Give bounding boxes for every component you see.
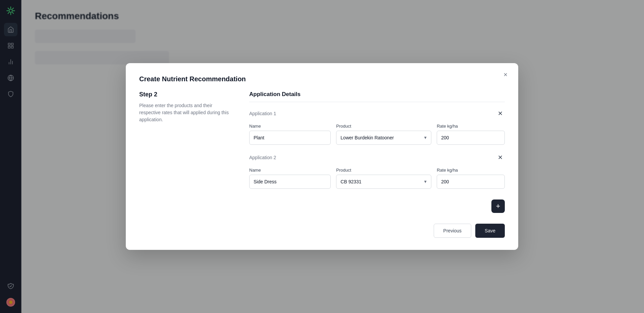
application-1-rate-input[interactable] <box>437 131 505 145</box>
remove-application-2-button[interactable]: ✕ <box>495 153 505 162</box>
modal-footer: Previous Save <box>249 224 505 238</box>
application-1-name-group: Name <box>249 124 331 145</box>
modal-overlay: × Create Nutrient Recommendation Step 2 … <box>0 0 644 313</box>
previous-button[interactable]: Previous <box>434 224 471 238</box>
application-2-name-input[interactable] <box>249 175 331 189</box>
application-2-rate-label: Rate kg/ha <box>437 168 505 173</box>
close-button[interactable]: × <box>501 70 510 79</box>
step-description: Please enter the products and their resp… <box>139 102 233 123</box>
application-1-product-select[interactable]: Lower Burdekin Ratooner CB 92331 <box>336 131 431 145</box>
application-1-product-group: Product Lower Burdekin Ratooner CB 92331… <box>336 124 431 145</box>
application-1-name-label: Name <box>249 124 331 129</box>
left-panel: Step 2 Please enter the products and the… <box>139 91 233 238</box>
application-2-fields: Name Product Lower Burdekin Ratooner CB … <box>249 168 505 189</box>
save-button[interactable]: Save <box>475 224 505 238</box>
application-2-header: Application 2 ✕ <box>249 153 505 162</box>
application-block-1: Application 1 ✕ Name Product Lower <box>249 109 505 145</box>
application-1-rate-group: Rate kg/ha <box>437 124 505 145</box>
application-1-header: Application 1 ✕ <box>249 109 505 118</box>
remove-application-1-button[interactable]: ✕ <box>495 109 505 118</box>
application-2-rate-group: Rate kg/ha <box>437 168 505 189</box>
modal-body: Step 2 Please enter the products and the… <box>139 91 505 238</box>
application-2-label: Application 2 <box>249 155 276 160</box>
modal: × Create Nutrient Recommendation Step 2 … <box>126 63 518 250</box>
step-label: Step 2 <box>139 91 233 98</box>
application-1-name-input[interactable] <box>249 131 331 145</box>
application-2-product-group: Product Lower Burdekin Ratooner CB 92331… <box>336 168 431 189</box>
section-title: Application Details <box>249 91 505 102</box>
application-2-rate-input[interactable] <box>437 175 505 189</box>
application-2-product-select[interactable]: Lower Burdekin Ratooner CB 92331 <box>336 175 431 189</box>
application-block-2: Application 2 ✕ Name Product Lower <box>249 153 505 189</box>
application-2-product-wrapper: Lower Burdekin Ratooner CB 92331 ▼ <box>336 175 431 189</box>
add-application-button[interactable]: + <box>491 199 505 213</box>
application-1-fields: Name Product Lower Burdekin Ratooner CB … <box>249 124 505 145</box>
application-1-product-label: Product <box>336 124 431 129</box>
application-2-name-group: Name <box>249 168 331 189</box>
right-panel: Application Details Application 1 ✕ Name… <box>249 91 505 238</box>
application-2-product-label: Product <box>336 168 431 173</box>
application-1-label: Application 1 <box>249 111 276 116</box>
modal-title: Create Nutrient Recommendation <box>139 75 505 83</box>
application-2-name-label: Name <box>249 168 331 173</box>
application-1-rate-label: Rate kg/ha <box>437 124 505 129</box>
application-1-product-wrapper: Lower Burdekin Ratooner CB 92331 ▼ <box>336 131 431 145</box>
